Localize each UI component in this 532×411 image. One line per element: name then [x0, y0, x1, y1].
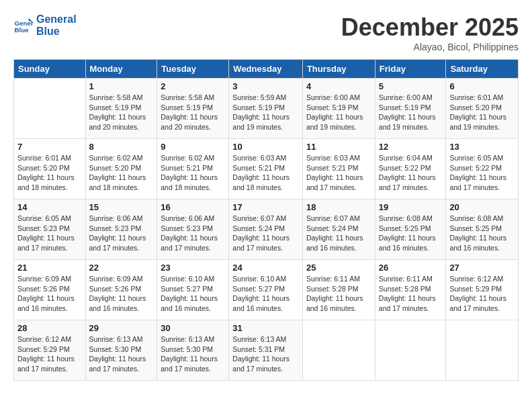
day-info: Sunrise: 6:06 AMSunset: 5:23 PMDaylight:… — [89, 214, 154, 253]
day-number: 2 — [161, 81, 225, 91]
logo-text-blue: Blue — [36, 26, 77, 38]
header-day-saturday: Saturday — [446, 60, 519, 79]
calendar-cell: 24Sunrise: 6:10 AMSunset: 5:27 PMDayligh… — [229, 260, 303, 320]
calendar-cell: 2Sunrise: 5:58 AMSunset: 5:19 PMDaylight… — [157, 79, 229, 139]
day-number: 5 — [379, 81, 443, 91]
calendar-cell: 9Sunrise: 6:02 AMSunset: 5:21 PMDaylight… — [157, 139, 229, 199]
calendar-cell: 25Sunrise: 6:11 AMSunset: 5:28 PMDayligh… — [302, 260, 375, 320]
calendar-cell: 20Sunrise: 6:08 AMSunset: 5:25 PMDayligh… — [446, 199, 519, 260]
day-number: 25 — [306, 263, 371, 273]
day-number: 1 — [89, 81, 154, 91]
day-number: 18 — [306, 202, 371, 212]
day-number: 28 — [17, 323, 82, 333]
page-header: General Blue General Blue December 2025 … — [13, 13, 519, 52]
calendar-cell — [302, 320, 375, 381]
day-info: Sunrise: 6:08 AMSunset: 5:25 PMDaylight:… — [449, 214, 515, 253]
calendar-cell: 30Sunrise: 6:13 AMSunset: 5:30 PMDayligh… — [157, 320, 229, 381]
calendar-cell: 13Sunrise: 6:05 AMSunset: 5:22 PMDayligh… — [446, 139, 519, 199]
calendar-week-3: 14Sunrise: 6:05 AMSunset: 5:23 PMDayligh… — [14, 199, 519, 260]
day-info: Sunrise: 6:03 AMSunset: 5:21 PMDaylight:… — [232, 153, 299, 193]
day-info: Sunrise: 6:05 AMSunset: 5:23 PMDaylight:… — [17, 214, 82, 253]
day-number: 14 — [17, 202, 82, 212]
day-info: Sunrise: 6:11 AMSunset: 5:28 PMDaylight:… — [379, 274, 443, 314]
day-info: Sunrise: 6:13 AMSunset: 5:30 PMDaylight:… — [89, 334, 154, 374]
calendar-cell — [14, 79, 86, 139]
calendar-cell: 1Sunrise: 5:58 AMSunset: 5:19 PMDaylight… — [85, 79, 157, 139]
calendar-cell: 29Sunrise: 6:13 AMSunset: 5:30 PMDayligh… — [85, 320, 157, 381]
calendar-cell: 3Sunrise: 5:59 AMSunset: 5:19 PMDaylight… — [229, 79, 303, 139]
calendar-header-row: SundayMondayTuesdayWednesdayThursdayFrid… — [14, 60, 519, 79]
calendar-cell: 28Sunrise: 6:12 AMSunset: 5:29 PMDayligh… — [14, 320, 86, 381]
day-number: 23 — [161, 263, 225, 273]
day-info: Sunrise: 6:00 AMSunset: 5:19 PMDaylight:… — [306, 93, 371, 132]
calendar-cell: 10Sunrise: 6:03 AMSunset: 5:21 PMDayligh… — [229, 139, 303, 199]
header-day-sunday: Sunday — [14, 60, 86, 79]
day-number: 24 — [232, 263, 299, 273]
calendar-week-2: 7Sunrise: 6:01 AMSunset: 5:20 PMDaylight… — [14, 139, 519, 199]
day-number: 13 — [449, 142, 515, 152]
day-info: Sunrise: 6:11 AMSunset: 5:28 PMDaylight:… — [306, 274, 371, 314]
day-number: 10 — [232, 142, 299, 152]
day-number: 22 — [89, 263, 154, 273]
calendar-table: SundayMondayTuesdayWednesdayThursdayFrid… — [13, 59, 519, 381]
calendar-cell: 15Sunrise: 6:06 AMSunset: 5:23 PMDayligh… — [85, 199, 157, 260]
day-info: Sunrise: 5:59 AMSunset: 5:19 PMDaylight:… — [232, 93, 299, 132]
day-info: Sunrise: 6:01 AMSunset: 5:20 PMDaylight:… — [449, 93, 515, 132]
day-number: 9 — [161, 142, 225, 152]
calendar-cell: 5Sunrise: 6:00 AMSunset: 5:19 PMDaylight… — [375, 79, 446, 139]
day-number: 17 — [232, 202, 299, 212]
calendar-cell: 18Sunrise: 6:07 AMSunset: 5:24 PMDayligh… — [302, 199, 375, 260]
day-info: Sunrise: 5:58 AMSunset: 5:19 PMDaylight:… — [89, 93, 154, 132]
calendar-cell: 16Sunrise: 6:06 AMSunset: 5:23 PMDayligh… — [157, 199, 229, 260]
calendar-week-4: 21Sunrise: 6:09 AMSunset: 5:26 PMDayligh… — [14, 260, 519, 320]
day-number: 21 — [17, 263, 82, 273]
calendar-cell: 17Sunrise: 6:07 AMSunset: 5:24 PMDayligh… — [229, 199, 303, 260]
day-number: 16 — [161, 202, 225, 212]
day-number: 31 — [232, 323, 299, 333]
month-title: December 2025 — [341, 13, 519, 42]
calendar-cell: 23Sunrise: 6:10 AMSunset: 5:27 PMDayligh… — [157, 260, 229, 320]
day-info: Sunrise: 6:07 AMSunset: 5:24 PMDaylight:… — [306, 214, 371, 253]
calendar-cell: 22Sunrise: 6:09 AMSunset: 5:26 PMDayligh… — [85, 260, 157, 320]
day-info: Sunrise: 6:09 AMSunset: 5:26 PMDaylight:… — [89, 274, 154, 314]
header-day-tuesday: Tuesday — [157, 60, 229, 79]
day-number: 29 — [89, 323, 154, 333]
calendar-cell: 6Sunrise: 6:01 AMSunset: 5:20 PMDaylight… — [446, 79, 519, 139]
day-number: 11 — [306, 142, 371, 152]
title-block: December 2025 Alayao, Bicol, Philippines — [341, 13, 519, 52]
day-number: 8 — [89, 142, 154, 152]
header-day-thursday: Thursday — [302, 60, 375, 79]
day-number: 4 — [306, 81, 371, 91]
day-info: Sunrise: 6:04 AMSunset: 5:22 PMDaylight:… — [379, 153, 443, 193]
location-subtitle: Alayao, Bicol, Philippines — [341, 42, 519, 52]
day-number: 30 — [161, 323, 225, 333]
day-number: 6 — [449, 81, 515, 91]
day-info: Sunrise: 6:07 AMSunset: 5:24 PMDaylight:… — [232, 214, 299, 253]
calendar-cell: 12Sunrise: 6:04 AMSunset: 5:22 PMDayligh… — [375, 139, 446, 199]
day-info: Sunrise: 6:13 AMSunset: 5:31 PMDaylight:… — [232, 334, 299, 374]
day-number: 26 — [379, 263, 443, 273]
day-info: Sunrise: 6:02 AMSunset: 5:20 PMDaylight:… — [89, 153, 154, 193]
calendar-cell: 7Sunrise: 6:01 AMSunset: 5:20 PMDaylight… — [14, 139, 86, 199]
day-info: Sunrise: 6:08 AMSunset: 5:25 PMDaylight:… — [379, 214, 443, 253]
logo: General Blue General Blue — [13, 13, 77, 37]
calendar-cell: 14Sunrise: 6:05 AMSunset: 5:23 PMDayligh… — [14, 199, 86, 260]
day-info: Sunrise: 6:05 AMSunset: 5:22 PMDaylight:… — [449, 153, 515, 193]
calendar-cell: 27Sunrise: 6:12 AMSunset: 5:29 PMDayligh… — [446, 260, 519, 320]
calendar-cell: 19Sunrise: 6:08 AMSunset: 5:25 PMDayligh… — [375, 199, 446, 260]
day-number: 15 — [89, 202, 154, 212]
day-info: Sunrise: 6:00 AMSunset: 5:19 PMDaylight:… — [379, 93, 443, 132]
calendar-week-1: 1Sunrise: 5:58 AMSunset: 5:19 PMDaylight… — [14, 79, 519, 139]
day-info: Sunrise: 6:09 AMSunset: 5:26 PMDaylight:… — [17, 274, 82, 314]
logo-icon: General Blue — [13, 15, 34, 36]
day-info: Sunrise: 6:03 AMSunset: 5:21 PMDaylight:… — [306, 153, 371, 193]
header-day-friday: Friday — [375, 60, 446, 79]
day-info: Sunrise: 6:12 AMSunset: 5:29 PMDaylight:… — [449, 274, 515, 314]
day-info: Sunrise: 6:06 AMSunset: 5:23 PMDaylight:… — [161, 214, 225, 253]
day-info: Sunrise: 5:58 AMSunset: 5:19 PMDaylight:… — [161, 93, 225, 132]
svg-text:Blue: Blue — [15, 26, 30, 33]
calendar-cell: 8Sunrise: 6:02 AMSunset: 5:20 PMDaylight… — [85, 139, 157, 199]
day-info: Sunrise: 6:02 AMSunset: 5:21 PMDaylight:… — [161, 153, 225, 193]
header-day-wednesday: Wednesday — [229, 60, 303, 79]
calendar-cell — [446, 320, 519, 381]
